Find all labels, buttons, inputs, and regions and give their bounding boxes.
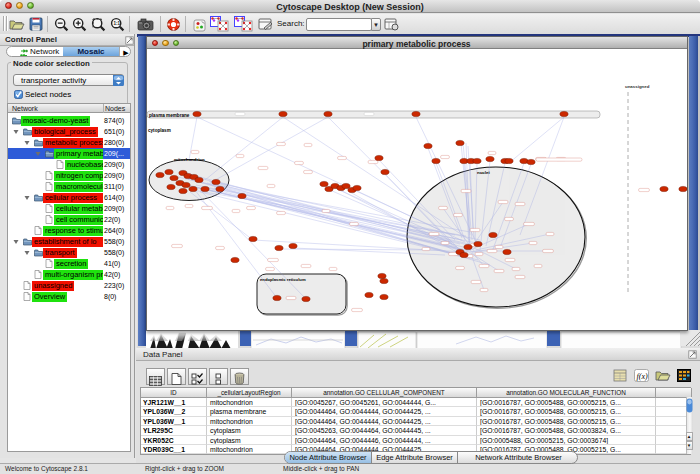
svg-text:plasma membrane: plasma membrane — [149, 113, 190, 118]
svg-text:endoplasmic reticulum: endoplasmic reticulum — [260, 277, 306, 282]
svg-text:cytoplasm: cytoplasm — [148, 128, 171, 133]
svg-text:1:1: 1:1 — [113, 21, 120, 26]
svg-text:f(x): f(x) — [637, 372, 648, 381]
svg-text:nuclei: nuclei — [477, 170, 490, 175]
svg-text:unassigned: unassigned — [625, 84, 650, 89]
svg-text:mitochondrion: mitochondrion — [174, 157, 205, 162]
